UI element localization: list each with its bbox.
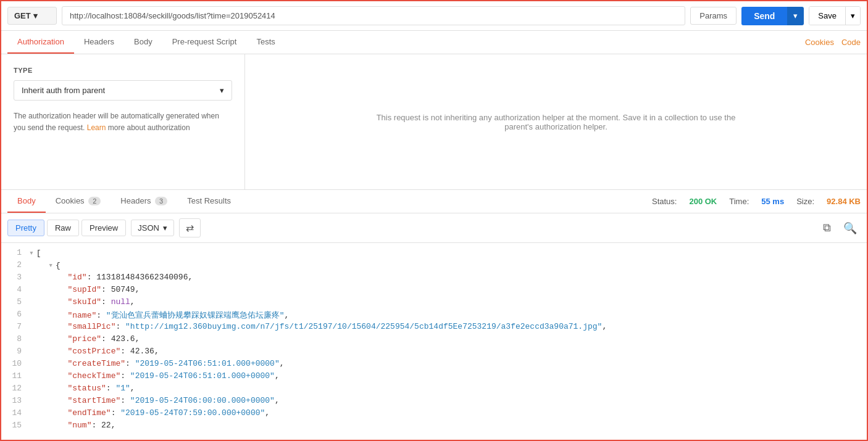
- resp-tab-cookies[interactable]: Cookies 2: [46, 190, 111, 213]
- send-button-group: Send ▾: [741, 7, 804, 25]
- url-input[interactable]: [62, 6, 685, 25]
- code-link[interactable]: Code: [841, 38, 861, 47]
- code-line-1: 1 ▾[: [1, 248, 867, 260]
- auth-type-chevron-icon: ▾: [220, 86, 224, 95]
- response-toolbar: Pretty Raw Preview JSON ▾ ⇄ ⧉ 🔍: [1, 213, 867, 243]
- code-line-2: 2 ▾{: [1, 260, 867, 273]
- resp-tab-test-results[interactable]: Test Results: [177, 190, 241, 213]
- method-select[interactable]: GET ▾: [7, 7, 57, 25]
- search-button[interactable]: 🔍: [840, 219, 861, 237]
- status-value: 200 OK: [689, 197, 717, 206]
- response-status-bar: Status: 200 OK Time: 55 ms Size: 92.84 K…: [652, 197, 861, 206]
- code-line-3: 3 "id": 1131814843662340096,: [1, 273, 867, 285]
- tab-tests[interactable]: Tests: [246, 31, 285, 54]
- auth-type-value: Inherit auth from parent: [22, 86, 105, 95]
- method-label: GET: [14, 11, 31, 20]
- time-value: 55 ms: [761, 197, 784, 206]
- code-line-10: 10 "createTime": "2019-05-24T06:51:01.00…: [1, 359, 867, 371]
- params-button[interactable]: Params: [690, 7, 737, 25]
- code-line-6: 6 "name": "觉汕色宣兵蕾蛐协规攀踩奴锞踩端鹰急佑坛廉疼",: [1, 310, 867, 322]
- send-button[interactable]: Send: [741, 7, 787, 25]
- code-line-13: 13 "startTime": "2019-05-24T06:00:00.000…: [1, 396, 867, 408]
- auth-left-panel: TYPE Inherit auth from parent ▾ The auth…: [1, 54, 245, 189]
- tab-pre-request-script[interactable]: Pre-request Script: [162, 31, 247, 54]
- headers-badge: 3: [155, 197, 167, 205]
- preview-button[interactable]: Preview: [81, 220, 126, 236]
- save-button-group: Save ▾: [809, 6, 861, 25]
- app-container: GET ▾ Params Send ▾ Save ▾ Authorization…: [0, 0, 868, 441]
- response-tabs-bar: Body Cookies 2 Headers 3 Test Results St…: [1, 190, 867, 213]
- wrap-button[interactable]: ⇄: [179, 218, 201, 237]
- json-label: JSON: [138, 223, 159, 233]
- resp-tab-body[interactable]: Body: [7, 190, 46, 213]
- resp-tab-headers[interactable]: Headers 3: [111, 190, 177, 213]
- pretty-button[interactable]: Pretty: [7, 220, 44, 236]
- request-tab-right: Cookies Code: [805, 38, 861, 47]
- status-label: Status:: [652, 197, 677, 206]
- learn-more-link[interactable]: Learn: [87, 123, 106, 132]
- toolbar-right: ⧉ 🔍: [819, 219, 861, 237]
- json-format-select[interactable]: JSON ▾: [131, 220, 174, 236]
- send-dropdown-button[interactable]: ▾: [787, 7, 804, 25]
- raw-button[interactable]: Raw: [47, 220, 79, 236]
- tab-body[interactable]: Body: [124, 31, 162, 54]
- save-button[interactable]: Save: [809, 7, 845, 25]
- cookies-link[interactable]: Cookies: [805, 38, 834, 47]
- code-line-4: 4 "supId": 50749,: [1, 285, 867, 297]
- size-value: 92.84 KB: [827, 197, 861, 206]
- cookies-badge: 2: [88, 197, 101, 205]
- code-line-14: 14 "endTime": "2019-05-24T07:59:00.000+0…: [1, 408, 867, 421]
- time-label: Time:: [729, 197, 749, 206]
- tab-authorization[interactable]: Authorization: [7, 31, 74, 54]
- code-line-7: 7 "smallPic": "http://img12.360buyimg.co…: [1, 322, 867, 334]
- code-line-8: 8 "price": 423.6,: [1, 334, 867, 347]
- request-tabs: Authorization Headers Body Pre-request S…: [1, 31, 867, 54]
- code-area[interactable]: 1 ▾[ 2 ▾{ 3 "id": 1131814843662340096, 4…: [1, 243, 867, 440]
- type-label: TYPE: [14, 67, 232, 74]
- code-line-9: 9 "costPrice": 42.36,: [1, 347, 867, 359]
- auth-panel: TYPE Inherit auth from parent ▾ The auth…: [1, 54, 867, 190]
- auth-description: The authorization header will be automat…: [14, 110, 232, 134]
- tab-headers[interactable]: Headers: [74, 31, 124, 54]
- code-line-11: 11 "checkTime": "2019-05-24T06:51:01.000…: [1, 371, 867, 384]
- size-label: Size:: [796, 197, 814, 206]
- auth-type-select[interactable]: Inherit auth from parent ▾: [14, 80, 232, 101]
- response-section: Body Cookies 2 Headers 3 Test Results St…: [1, 190, 867, 440]
- save-dropdown-button[interactable]: ▾: [845, 7, 860, 25]
- auth-right-panel: This request is not inheriting any autho…: [245, 54, 867, 189]
- method-chevron-icon: ▾: [33, 11, 38, 20]
- code-line-12: 12 "status": "1",: [1, 384, 867, 396]
- copy-button[interactable]: ⧉: [819, 219, 835, 237]
- auth-info-text: This request is not inheriting any autho…: [371, 113, 741, 131]
- code-line-5: 5 "skuId": null,: [1, 297, 867, 310]
- fold-icon-2[interactable]: ▾: [48, 261, 53, 270]
- code-line-15: 15 "num": 22,: [1, 421, 867, 433]
- fold-icon-1[interactable]: ▾: [29, 249, 34, 258]
- request-bar: GET ▾ Params Send ▾ Save ▾: [1, 1, 867, 31]
- json-chevron-icon: ▾: [163, 223, 167, 233]
- auth-desc-after: more about authorization: [108, 123, 190, 132]
